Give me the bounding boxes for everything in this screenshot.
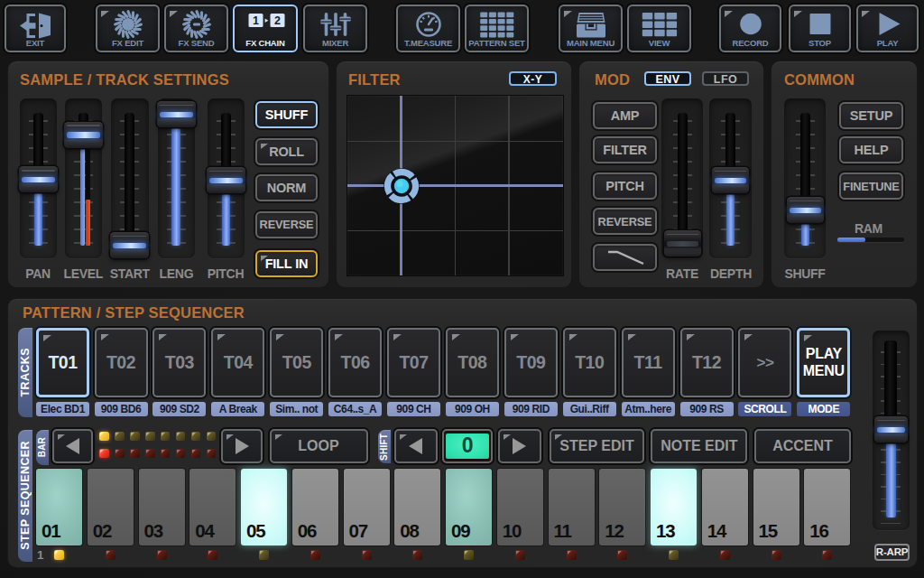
- svg-text:1: 1: [253, 14, 259, 27]
- svg-text:2: 2: [274, 14, 281, 27]
